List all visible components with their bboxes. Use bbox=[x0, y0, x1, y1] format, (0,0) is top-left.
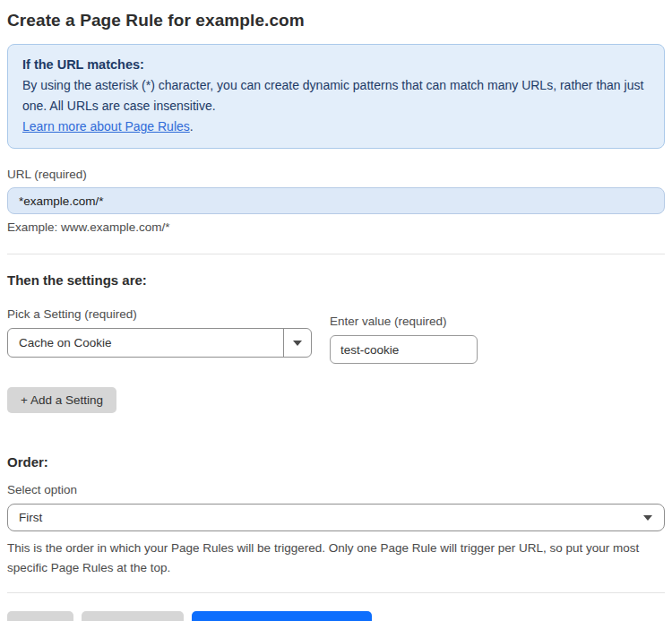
url-example-text: Example: www.example.com/* bbox=[7, 220, 665, 234]
settings-row: Pick a Setting (required) Cache on Cooki… bbox=[7, 307, 665, 364]
setting-picker-label: Pick a Setting (required) bbox=[7, 307, 312, 321]
info-box-body: By using the asterisk (*) character, you… bbox=[22, 75, 650, 116]
chevron-down-icon bbox=[293, 341, 302, 346]
order-select[interactable]: First bbox=[7, 504, 665, 531]
link-suffix: . bbox=[190, 119, 194, 134]
setting-value-input[interactable] bbox=[330, 335, 478, 364]
settings-section-heading: Then the settings are: bbox=[7, 272, 665, 288]
setting-dropdown[interactable]: Cache on Cookie bbox=[7, 328, 312, 358]
learn-more-link[interactable]: Learn more about Page Rules bbox=[22, 119, 190, 134]
divider-bottom bbox=[7, 592, 665, 593]
setting-value-column: Enter value (required) bbox=[330, 307, 478, 364]
setting-dropdown-value: Cache on Cookie bbox=[8, 336, 283, 349]
order-select-label: Select option bbox=[7, 483, 665, 496]
divider-top bbox=[7, 254, 665, 254]
order-select-value: First bbox=[8, 511, 643, 524]
chevron-down-icon bbox=[643, 515, 652, 521]
page-rule-form: Create a Page Rule for example.com If th… bbox=[0, 0, 672, 621]
info-box-link-line: Learn more about Page Rules. bbox=[22, 116, 650, 137]
setting-dropdown-arrow-button[interactable] bbox=[283, 329, 311, 357]
add-setting-button[interactable]: + Add a Setting bbox=[7, 387, 116, 413]
page-title: Create a Page Rule for example.com bbox=[7, 0, 665, 30]
url-input[interactable] bbox=[7, 187, 665, 214]
order-section-heading: Order: bbox=[7, 454, 665, 470]
url-matches-info-box: If the URL matches: By using the asteris… bbox=[7, 44, 665, 149]
setting-value-label: Enter value (required) bbox=[330, 315, 478, 328]
order-help-text: This is the order in which your Page Rul… bbox=[7, 539, 652, 578]
save-as-draft-button[interactable]: Save as Draft bbox=[82, 611, 184, 621]
url-field-label: URL (required) bbox=[7, 168, 665, 181]
order-select-arrow-wrap bbox=[643, 515, 664, 521]
cancel-button[interactable]: Cancel bbox=[7, 611, 73, 621]
setting-picker-column: Pick a Setting (required) Cache on Cooki… bbox=[7, 307, 312, 364]
info-box-heading: If the URL matches: bbox=[22, 55, 650, 75]
form-actions: Cancel Save as Draft Save and Deploy Pag… bbox=[7, 611, 665, 621]
save-and-deploy-button[interactable]: Save and Deploy Page Rule bbox=[192, 611, 373, 621]
